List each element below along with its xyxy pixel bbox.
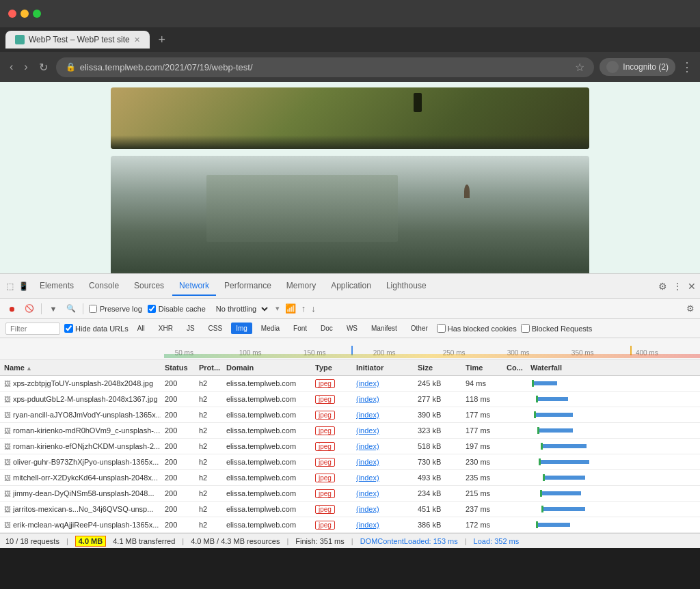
cell-waterfall (526, 393, 700, 405)
waterfall-recv (533, 381, 557, 385)
initiator-link[interactable]: (index) (356, 521, 379, 529)
filter-manifest[interactable]: Manifest (366, 323, 402, 334)
table-row[interactable]: 🖼jimmy-dean-DyQiNSm58-unsplash-2048... 2… (0, 486, 700, 502)
header-initiator[interactable]: Initiator (352, 362, 414, 373)
tab-network[interactable]: Network (172, 277, 216, 296)
filter-button[interactable]: ▼ (47, 303, 59, 315)
requests-count: 10 / 18 requests (5, 537, 59, 545)
has-blocked-cookies-input[interactable] (437, 324, 446, 333)
filter-media[interactable]: Media (256, 323, 284, 334)
bookmark-icon[interactable]: ☆ (575, 61, 584, 74)
browser-menu-button[interactable]: ⋮ (681, 59, 693, 74)
hide-data-urls-checkbox[interactable]: Hide data URLs (64, 324, 129, 333)
separator4: | (351, 537, 353, 545)
has-blocked-cookies-checkbox[interactable]: Has blocked cookies (437, 324, 517, 333)
initiator-link[interactable]: (index) (356, 442, 379, 450)
cell-domain: elissa.templweb.com (222, 519, 311, 530)
initiator-link[interactable]: (index) (356, 395, 379, 403)
browser-tab[interactable]: WebP Test – WebP test site ✕ (5, 31, 150, 49)
disable-cache-checkbox[interactable]: Disable cache (148, 305, 206, 313)
waterfall-bar (530, 473, 696, 482)
network-table-area: Name▲ Status Prot... Domain Type Initiat… (0, 360, 700, 533)
tab-performance[interactable]: Performance (217, 277, 278, 296)
waterfall-start-marker (536, 521, 538, 528)
initiator-link[interactable]: (index) (356, 474, 379, 482)
filter-doc[interactable]: Doc (316, 323, 338, 334)
filter-ws[interactable]: WS (342, 323, 362, 334)
clear-button[interactable]: 🚫 (23, 303, 36, 315)
inspect-element-icon[interactable]: ⬚ (4, 281, 15, 292)
devtools-close-icon[interactable]: ✕ (688, 281, 696, 292)
waterfall-start-marker (540, 490, 542, 497)
tab-memory[interactable]: Memory (280, 277, 323, 296)
table-row[interactable]: 🖼roman-kirienko-efONjzhCKDM-unsplash-2..… (0, 439, 700, 454)
hide-data-urls-input[interactable] (64, 324, 73, 333)
preserve-log-input[interactable] (89, 305, 97, 313)
tab-sources[interactable]: Sources (127, 277, 171, 296)
header-status[interactable]: Status (161, 362, 195, 373)
file-icon: 🖼 (4, 490, 11, 497)
vertical-dots-icon[interactable]: ⋮ (673, 281, 682, 292)
table-row[interactable]: 🖼jarritos-mexican-s...No_34j6QVSQ-unsp..… (0, 502, 700, 517)
header-name[interactable]: Name▲ (0, 362, 161, 373)
blocked-requests-checkbox[interactable]: Blocked Requests (521, 324, 593, 333)
table-row[interactable]: 🖼oliver-guhr-B973ZhXjPyo-unsplash-1365x.… (0, 454, 700, 470)
throttling-select[interactable]: No throttling (211, 303, 270, 314)
network-settings-icon[interactable]: ⚙ (686, 303, 695, 314)
tab-console[interactable]: Console (82, 277, 126, 296)
filter-input[interactable] (5, 323, 60, 335)
initiator-link[interactable]: (index) (356, 458, 379, 466)
initiator-link[interactable]: (index) (356, 411, 379, 419)
table-row[interactable]: 🖼xps-pduutGbL2-M-unsplash-2048x1367.jpg … (0, 392, 700, 407)
minimize-button[interactable] (21, 10, 29, 18)
address-bar[interactable]: 🔒 elissa.templweb.com/2021/07/19/webp-te… (56, 57, 595, 77)
type-badge: jpeg (315, 489, 335, 498)
initiator-link[interactable]: (index) (356, 489, 379, 497)
close-button[interactable] (8, 10, 16, 18)
header-co[interactable]: Co... (502, 362, 526, 373)
table-row[interactable]: 🖼xps-zcbtpjgToUY-unsplash-2048x2048.jpg … (0, 376, 700, 392)
blocked-requests-input[interactable] (521, 324, 530, 333)
new-tab-button[interactable]: + (152, 30, 172, 49)
record-button[interactable]: ⏺ (5, 303, 18, 315)
reload-button[interactable]: ↻ (36, 58, 51, 77)
forward-button[interactable]: › (21, 58, 30, 76)
waterfall-start-marker (541, 443, 543, 450)
filter-css[interactable]: CSS (204, 323, 228, 334)
table-row[interactable]: 🖼mitchell-orr-X2DykcKd64-unsplash-2048x.… (0, 470, 700, 486)
filter-img[interactable]: Img (231, 323, 252, 334)
filter-xhr[interactable]: XHR (154, 323, 178, 334)
maximize-button[interactable] (33, 10, 41, 18)
file-icon: 🖼 (4, 411, 11, 419)
tab-close-button[interactable]: ✕ (134, 36, 140, 44)
search-button[interactable]: 🔍 (65, 303, 77, 315)
initiator-link[interactable]: (index) (356, 426, 379, 435)
header-protocol[interactable]: Prot... (195, 362, 222, 373)
header-domain[interactable]: Domain (222, 362, 311, 373)
device-toolbar-icon[interactable]: 📱 (18, 281, 29, 292)
header-type[interactable]: Type (311, 362, 352, 373)
filter-other[interactable]: Other (406, 323, 433, 334)
header-waterfall[interactable]: Waterfall (526, 362, 700, 373)
cell-status: 200 (161, 472, 195, 483)
filter-font[interactable]: Font (288, 323, 312, 334)
table-row[interactable]: 🖼ryan-ancill-aJYO8JmVodY-unsplash-1365x.… (0, 407, 700, 423)
preserve-log-checkbox[interactable]: Preserve log (89, 305, 142, 313)
tab-lighthouse[interactable]: Lighthouse (379, 277, 433, 296)
profile-button[interactable]: Incognito (2) (600, 58, 675, 76)
header-size[interactable]: Size (414, 362, 461, 373)
table-row[interactable]: 🖼erik-mclean-wqAjjiReeP4-unsplash-1365x.… (0, 517, 700, 533)
initiator-link[interactable]: (index) (356, 379, 379, 387)
back-button[interactable]: ‹ (7, 58, 16, 76)
tab-elements[interactable]: Elements (33, 277, 81, 296)
filter-all[interactable]: All (133, 323, 150, 334)
initiator-link[interactable]: (index) (356, 505, 379, 513)
cell-protocol: h2 (195, 394, 222, 405)
profile-avatar (606, 61, 619, 73)
table-row[interactable]: 🖼roman-kirienko-mdR0hOVm9_c-unsplash-...… (0, 423, 700, 439)
filter-js[interactable]: JS (182, 323, 200, 334)
header-time[interactable]: Time (461, 362, 502, 373)
settings-gear-icon[interactable]: ⚙ (658, 281, 667, 292)
disable-cache-input[interactable] (148, 305, 156, 313)
tab-application[interactable]: Application (324, 277, 378, 296)
